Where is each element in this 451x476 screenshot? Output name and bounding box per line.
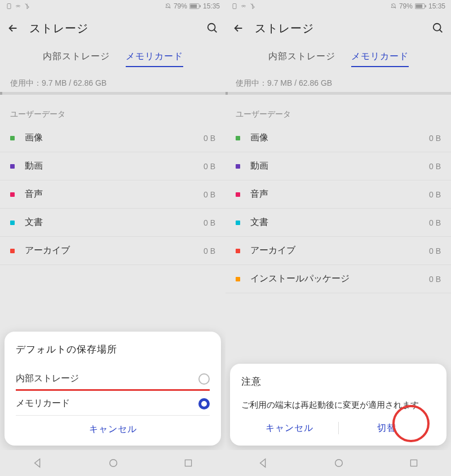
svg-rect-8 (185, 460, 191, 466)
cancel-button[interactable]: キャンセル (266, 422, 313, 434)
usage-bar (226, 92, 451, 95)
svg-point-16 (335, 460, 343, 467)
dot-icon (10, 136, 15, 140)
row-archive[interactable]: アーカイブ 0 B (0, 237, 226, 265)
tab-card[interactable]: メモリカード (351, 51, 409, 67)
wifi-icon (15, 3, 21, 10)
usage-text: 使用中：9.7 MB / 62.86 GB (226, 70, 451, 92)
row-audio[interactable]: 音声 0 B (226, 180, 451, 209)
battery-icon (415, 3, 426, 9)
sheet-body: ご利用の端末は再起動後に変更が適用されます (241, 398, 435, 412)
search-icon[interactable] (432, 22, 444, 34)
svg-line-6 (214, 30, 217, 33)
svg-line-15 (440, 30, 443, 33)
row-video[interactable]: 動画 0 B (226, 152, 451, 180)
svg-rect-4 (200, 5, 201, 7)
row-video[interactable]: 動画 0 B (0, 152, 226, 180)
battery-icon (189, 3, 201, 9)
app-bar: ストレージ (226, 12, 451, 44)
svg-rect-12 (415, 5, 422, 8)
nav-back-icon[interactable] (258, 458, 268, 468)
row-image[interactable]: 画像 0 B (226, 124, 451, 152)
wifi-icon (240, 3, 247, 10)
sim-icon (6, 3, 12, 10)
nav-home-icon[interactable] (334, 458, 344, 468)
radio-card[interactable]: メモリカード (16, 391, 210, 416)
section-userdata: ユーザーデータ (0, 95, 226, 124)
nav-recent-icon[interactable] (409, 459, 418, 468)
row-doc[interactable]: 文書 0 B (0, 209, 226, 237)
phone-right: 79% 15:35 ストレージ 内部ストレージ メモリカード 使用中：9.7 M… (226, 0, 451, 476)
dot-icon (10, 192, 15, 197)
back-icon[interactable] (232, 22, 245, 34)
time: 15:35 (203, 2, 220, 10)
row-install[interactable]: インストールパッケージ 0 B (226, 265, 451, 293)
svg-rect-9 (233, 4, 236, 9)
sheet-default-location: デフォルトの保存場所 内部ストレージ メモリカード キャンセル (5, 332, 221, 446)
nav-recent-icon[interactable] (184, 459, 193, 468)
row-audio[interactable]: 音声 0 B (0, 180, 226, 209)
radio-selected-icon (198, 398, 210, 409)
sim-icon (231, 3, 238, 10)
nav-back-icon[interactable] (33, 458, 43, 468)
radio-unselected-icon (198, 373, 210, 385)
phone-left: 79% 15:35 ストレージ 内部ストレージ メモリカード 使用中：9.7 M… (0, 0, 226, 476)
dot-icon (236, 249, 240, 253)
dot-icon (236, 192, 240, 197)
nav-home-icon[interactable] (108, 458, 118, 468)
svg-rect-3 (190, 5, 197, 8)
status-bar: 79% 15:35 (0, 0, 226, 12)
back-icon[interactable] (7, 22, 19, 34)
usage-text: 使用中：9.7 MB / 62.86 GB (0, 70, 226, 92)
app-bar: ストレージ (0, 12, 226, 44)
battery-pct: 79% (174, 2, 187, 10)
nodisturb-icon (165, 3, 171, 10)
row-doc[interactable]: 文書 0 B (226, 209, 451, 237)
bt-icon (24, 3, 30, 10)
section-userdata: ユーザーデータ (226, 95, 451, 124)
svg-rect-13 (425, 5, 426, 7)
row-archive[interactable]: アーカイブ 0 B (226, 237, 451, 265)
tab-internal[interactable]: 内部ストレージ (268, 51, 335, 67)
tab-card[interactable]: メモリカード (126, 51, 183, 67)
svg-point-7 (110, 460, 117, 467)
cancel-button[interactable]: キャンセル (89, 424, 137, 435)
nav-bar (226, 450, 451, 476)
dot-icon (236, 277, 240, 281)
battery-pct: 79% (399, 2, 413, 10)
dot-icon (10, 164, 15, 169)
sheet-confirm: 注意 ご利用の端末は再起動後に変更が適用されます キャンセル 切替 (230, 364, 446, 446)
svg-point-5 (208, 24, 215, 31)
bt-icon (249, 3, 256, 10)
nav-bar (0, 450, 226, 476)
dot-icon (236, 136, 240, 140)
status-bar: 79% 15:35 (226, 0, 451, 12)
dot-icon (10, 221, 15, 225)
time: 15:35 (428, 2, 445, 10)
tabs: 内部ストレージ メモリカード (226, 44, 451, 70)
row-image[interactable]: 画像 0 B (0, 124, 226, 152)
page-title: ストレージ (29, 21, 196, 36)
usage-bar (0, 92, 226, 95)
svg-rect-0 (7, 4, 11, 9)
tabs: 内部ストレージ メモリカード (0, 44, 226, 70)
nodisturb-icon (390, 3, 397, 10)
svg-point-14 (434, 24, 441, 31)
svg-rect-17 (410, 460, 417, 466)
search-icon[interactable] (206, 22, 219, 34)
dot-icon (10, 249, 15, 253)
tab-internal[interactable]: 内部ストレージ (43, 51, 110, 67)
switch-button[interactable]: 切替 (377, 422, 396, 434)
sheet-title: 注意 (241, 375, 435, 388)
page-title: ストレージ (255, 21, 422, 36)
sheet-title: デフォルトの保存場所 (16, 343, 210, 356)
radio-internal[interactable]: 内部ストレージ (16, 366, 210, 391)
dot-icon (236, 164, 240, 169)
dot-icon (236, 221, 240, 225)
